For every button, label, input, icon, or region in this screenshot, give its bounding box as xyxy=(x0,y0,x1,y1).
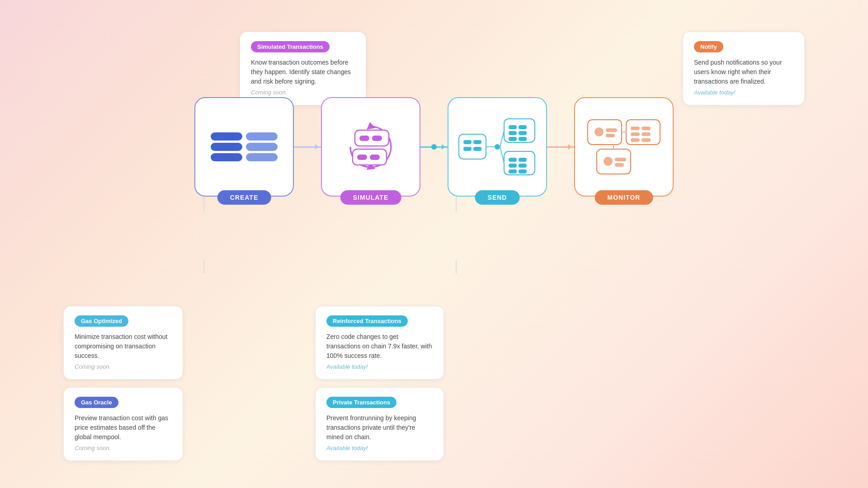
badge-reinforced: Reinforced Transactions xyxy=(326,315,408,327)
pipeline-row: CREATE xyxy=(63,97,805,197)
stage-label-send: SEND xyxy=(475,190,520,205)
svg-rect-6 xyxy=(357,155,367,160)
svg-rect-36 xyxy=(631,127,640,130)
svg-rect-34 xyxy=(606,134,615,137)
pill xyxy=(211,153,242,161)
card-notify-text: Send push notifications so your users kn… xyxy=(694,58,793,86)
arrow-create-simulate xyxy=(294,146,321,148)
svg-point-13 xyxy=(495,144,500,150)
card-gas-optimized: Gas Optimized Minimize transaction cost … xyxy=(63,306,183,380)
svg-marker-0 xyxy=(365,121,375,129)
svg-rect-17 xyxy=(509,131,517,135)
svg-rect-41 xyxy=(642,138,651,142)
card-gas-optimized-text: Minimize transaction cost without compro… xyxy=(75,332,172,361)
svg-rect-23 xyxy=(519,158,527,162)
svg-rect-15 xyxy=(509,125,517,129)
svg-rect-8 xyxy=(459,134,486,159)
svg-rect-18 xyxy=(519,131,527,135)
svg-rect-19 xyxy=(509,137,517,141)
svg-rect-42 xyxy=(597,149,631,174)
pill xyxy=(246,153,278,161)
svg-rect-9 xyxy=(463,140,472,144)
stage-monitor: MONITOR xyxy=(574,97,674,197)
pill-group-left xyxy=(211,132,242,161)
svg-rect-11 xyxy=(463,147,472,151)
vline-gas-gap xyxy=(203,260,204,273)
svg-rect-16 xyxy=(519,125,527,129)
svg-rect-20 xyxy=(519,137,527,141)
card-gas-oracle: Gas Oracle Preview transaction cost with… xyxy=(63,387,183,461)
svg-rect-33 xyxy=(606,128,617,132)
svg-rect-40 xyxy=(631,138,640,142)
svg-rect-24 xyxy=(509,164,517,168)
pill xyxy=(246,132,278,141)
pill xyxy=(246,143,278,151)
card-simulated-status: Coming soon. xyxy=(251,89,355,96)
main-container: Simulated Transactions Know transaction … xyxy=(63,27,805,470)
svg-line-29 xyxy=(500,131,504,147)
card-gas-oracle-status: Coming soon. xyxy=(75,445,172,451)
svg-rect-37 xyxy=(642,127,651,130)
badge-gas-oracle: Gas Oracle xyxy=(75,397,118,408)
badge-simulated-transactions: Simulated Transactions xyxy=(251,41,330,52)
stage-create: CREATE xyxy=(194,97,294,197)
card-reinforced-status: Available today! xyxy=(326,363,433,370)
arrow-send-monitor xyxy=(547,146,574,148)
svg-line-30 xyxy=(500,147,504,163)
card-private-text: Prevent frontrunning by keeping transact… xyxy=(326,413,433,442)
badge-notify: Notify xyxy=(694,41,723,52)
svg-point-43 xyxy=(604,157,613,166)
stage-label-simulate: SIMULATE xyxy=(340,190,401,205)
svg-rect-38 xyxy=(631,132,640,136)
svg-rect-25 xyxy=(519,164,527,168)
simulate-icon xyxy=(341,117,400,176)
pill xyxy=(211,132,242,141)
svg-point-32 xyxy=(594,127,604,136)
stage-send: SEND xyxy=(448,97,547,197)
monitor-svg xyxy=(585,117,662,176)
card-gas-oracle-text: Preview transaction cost with gas price … xyxy=(75,413,172,442)
vline-send-bottom xyxy=(456,197,457,212)
card-reinforced-transactions: Reinforced Transactions Zero code change… xyxy=(315,306,444,380)
svg-rect-3 xyxy=(359,136,369,141)
card-simulated-text: Know transaction outcomes before they ha… xyxy=(251,58,355,86)
card-private-transactions: Private Transactions Prevent frontrunnin… xyxy=(315,387,444,461)
vline-create-bottom xyxy=(203,197,204,212)
card-private-status: Available today! xyxy=(326,445,433,451)
send-svg xyxy=(457,115,538,178)
stage-label-monitor: MONITOR xyxy=(595,190,653,205)
card-gas-optimized-status: Coming soon. xyxy=(75,363,172,370)
card-simulated-transactions: Simulated Transactions Know transaction … xyxy=(240,32,366,105)
card-notify-status: Available today! xyxy=(694,89,793,96)
create-icon xyxy=(203,125,285,169)
badge-private: Private Transactions xyxy=(326,397,396,408)
svg-rect-4 xyxy=(372,136,382,141)
badge-gas-optimized: Gas Optimized xyxy=(75,315,128,327)
pill-group-right xyxy=(246,132,278,161)
svg-rect-26 xyxy=(509,169,517,174)
arrow-simulate-send xyxy=(420,146,448,148)
card-reinforced-text: Zero code changes to get transactions on… xyxy=(326,332,433,361)
card-notify: Notify Send push notifications so your u… xyxy=(683,32,805,105)
svg-rect-45 xyxy=(615,163,624,167)
svg-rect-12 xyxy=(473,147,481,151)
svg-rect-22 xyxy=(509,158,517,162)
svg-rect-44 xyxy=(615,158,626,161)
simulate-svg xyxy=(341,117,400,176)
svg-rect-7 xyxy=(370,155,380,160)
pill xyxy=(211,143,242,151)
vline-reinf-gap xyxy=(456,260,457,273)
svg-rect-10 xyxy=(473,140,481,144)
stage-label-create: CREATE xyxy=(217,190,271,205)
svg-rect-31 xyxy=(588,120,622,145)
stage-simulate: SIMULATE xyxy=(321,97,420,197)
svg-rect-27 xyxy=(519,169,527,174)
svg-rect-39 xyxy=(642,132,651,136)
